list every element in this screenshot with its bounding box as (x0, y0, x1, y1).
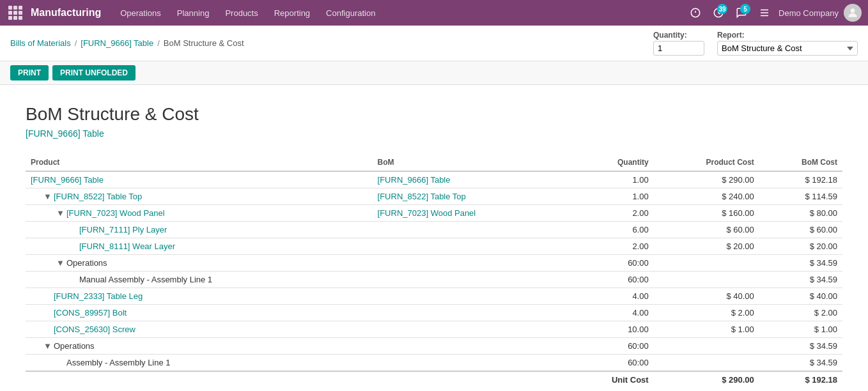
cell-bom (373, 222, 569, 238)
cell-product-cost: $ 60.00 (654, 222, 759, 238)
breadcrumb-sep-2: / (157, 38, 160, 48)
table-row: Manual Assembly - Assembly Line 160:00$ … (26, 272, 842, 288)
bom-link[interactable]: [FURN_7023] Wood Panel (378, 208, 476, 218)
cell-product-cost (654, 272, 759, 288)
cell-product-cost: $ 20.00 (654, 238, 759, 255)
product-name[interactable]: [CONS_89957] Bolt (54, 308, 127, 318)
cell-product-cost: $ 2.00 (654, 305, 759, 321)
settings-icon[interactable] (756, 4, 773, 22)
action-bar: PRINT PRINT UNFOLDED (0, 61, 868, 85)
col-product: Product (26, 154, 373, 171)
cell-quantity: 60:00 (568, 272, 653, 288)
cell-product: Manual Assembly - Assembly Line 1 (26, 272, 373, 288)
table-row: [FURN_2333] Table Leg4.00$ 40.00$ 40.00 (26, 288, 842, 305)
report-group: Report: BoM Structure & Cost (717, 31, 858, 56)
cell-product-cost: $ 1.00 (654, 321, 759, 338)
toggle-arrow[interactable]: ▼ (43, 341, 51, 351)
cell-bom (373, 238, 569, 255)
product-name: Operations (66, 258, 107, 268)
clock-badge: 39 (717, 4, 727, 14)
user-avatar[interactable] (844, 4, 862, 22)
cell-bom-cost: $ 20.00 (759, 238, 842, 255)
bom-link[interactable]: [FURN_9666] Table (378, 175, 451, 185)
table-row: ▼Operations60:00$ 34.59 (26, 338, 842, 355)
cell-bom: [FURN_7023] Wood Panel (373, 205, 569, 222)
cell-quantity: 4.00 (568, 288, 653, 305)
table-row: [FURN_7111] Ply Layer6.00$ 60.00$ 60.00 (26, 222, 842, 238)
cell-quantity: 1.00 (568, 171, 653, 188)
bug-icon[interactable] (686, 4, 704, 22)
breadcrumb: Bills of Materials / [FURN_9666] Table /… (10, 38, 244, 48)
cell-quantity: 2.00 (568, 205, 653, 222)
nav-right: 39 5 Demo Company (686, 4, 862, 22)
product-name[interactable]: [FURN_8522] Table Top (54, 192, 142, 201)
nav-products[interactable]: Products (219, 4, 264, 22)
toggle-arrow[interactable]: ▼ (43, 192, 51, 201)
bom-link[interactable]: [FURN_8522] Table Top (378, 192, 466, 201)
cell-bom-cost: $ 34.59 (759, 272, 842, 288)
table-row: [FURN_9666] Table[FURN_9666] Table1.00$ … (26, 171, 842, 188)
cell-product-cost: $ 40.00 (654, 288, 759, 305)
footer-empty-1 (26, 371, 373, 388)
toggle-arrow[interactable]: ▼ (56, 208, 64, 218)
cell-bom: [FURN_9666] Table (373, 171, 569, 188)
cell-bom (373, 288, 569, 305)
quantity-input[interactable] (653, 41, 704, 56)
toggle-arrow[interactable]: ▼ (56, 258, 64, 268)
cell-quantity: 6.00 (568, 222, 653, 238)
cell-product: ▼[FURN_8522] Table Top (26, 188, 373, 205)
nav-planning[interactable]: Planning (171, 4, 216, 22)
cell-bom-cost: $ 2.00 (759, 305, 842, 321)
cell-product: [FURN_8111] Wear Layer (26, 238, 373, 255)
print-button[interactable]: PRINT (10, 65, 49, 80)
cell-bom-cost: $ 34.59 (759, 255, 842, 272)
report-subtitle: [FURN_9666] Table (26, 128, 842, 139)
grid-menu-icon[interactable] (6, 4, 24, 22)
top-navigation: Manufacturing Operations Planning Produc… (0, 0, 868, 26)
cell-quantity: 60:00 (568, 338, 653, 355)
nav-configuration[interactable]: Configuration (320, 4, 382, 22)
svg-point-7 (851, 8, 855, 13)
cell-product: ▼Operations (26, 338, 373, 355)
product-name[interactable]: [CONS_25630] Screw (54, 325, 136, 334)
product-name[interactable]: [FURN_9666] Table (31, 175, 104, 185)
product-name: Manual Assembly - Assembly Line 1 (79, 275, 212, 284)
cell-product: [FURN_2333] Table Leg (26, 288, 373, 305)
cell-bom-cost: $ 192.18 (759, 171, 842, 188)
cell-bom-cost: $ 40.00 (759, 288, 842, 305)
main-content: BoM Structure & Cost [FURN_9666] Table P… (0, 85, 868, 391)
cell-product-cost (654, 355, 759, 372)
product-name[interactable]: [FURN_7111] Ply Layer (79, 225, 167, 234)
cell-bom-cost: $ 34.59 (759, 338, 842, 355)
footer-empty-2 (373, 371, 569, 388)
cell-product: Assembly - Assembly Line 1 (26, 355, 373, 372)
product-name: Assembly - Assembly Line 1 (66, 358, 171, 367)
product-name[interactable]: [FURN_7023] Wood Panel (66, 208, 165, 218)
breadcrumb-bom[interactable]: Bills of Materials (10, 38, 71, 48)
table-row: ▼[FURN_8522] Table Top[FURN_8522] Table … (26, 188, 842, 205)
cell-bom (373, 272, 569, 288)
cell-bom (373, 355, 569, 372)
breadcrumb-area: Bills of Materials / [FURN_9666] Table /… (0, 26, 868, 61)
chat-badge: 5 (740, 4, 750, 14)
cell-product: ▼[FURN_7023] Wood Panel (26, 205, 373, 222)
footer-product-cost: $ 290.00 (654, 371, 759, 388)
nav-reporting[interactable]: Reporting (268, 4, 316, 22)
breadcrumb-controls: Quantity: Report: BoM Structure & Cost (653, 31, 858, 56)
table-row: ▼[FURN_7023] Wood Panel[FURN_7023] Wood … (26, 205, 842, 222)
product-name[interactable]: [FURN_8111] Wear Layer (79, 241, 175, 251)
col-bom: BoM (373, 154, 569, 171)
print-unfolded-button[interactable]: PRINT UNFOLDED (52, 65, 136, 80)
cell-bom: [FURN_8522] Table Top (373, 188, 569, 205)
product-name[interactable]: [FURN_2333] Table Leg (54, 291, 143, 301)
table-row: [CONS_89957] Bolt4.00$ 2.00$ 2.00 (26, 305, 842, 321)
nav-operations[interactable]: Operations (114, 4, 167, 22)
chat-icon[interactable]: 5 (732, 4, 750, 22)
clock-icon[interactable]: 39 (709, 4, 727, 22)
report-select[interactable]: BoM Structure & Cost (717, 41, 858, 56)
cell-bom-cost: $ 60.00 (759, 222, 842, 238)
breadcrumb-product[interactable]: [FURN_9666] Table (81, 38, 153, 48)
unit-cost-row: Unit Cost $ 290.00 $ 192.18 (26, 371, 842, 388)
cell-bom (373, 255, 569, 272)
footer-bom-cost: $ 192.18 (759, 371, 842, 388)
